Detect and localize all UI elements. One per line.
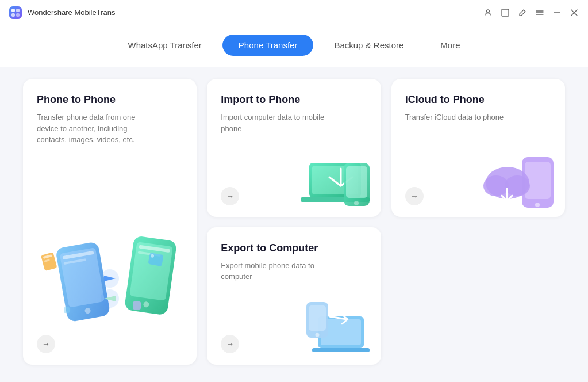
svg-rect-27 xyxy=(148,253,164,266)
nav-bar: WhatsApp Transfer Phone Transfer Backup … xyxy=(0,25,588,67)
card-phone-to-phone[interactable]: Phone to Phone Transfer phone data from … xyxy=(23,79,197,365)
svg-rect-30 xyxy=(64,307,70,313)
card-icloud-arrow[interactable]: → xyxy=(405,187,424,205)
svg-rect-0 xyxy=(11,9,15,12)
card-import-desc: Import computer data to mobile phone xyxy=(221,112,324,134)
title-bar: Wondershare MobileTrans xyxy=(0,0,588,25)
tab-phone-transfer[interactable]: Phone Transfer xyxy=(222,35,314,56)
window-icon[interactable] xyxy=(501,8,510,17)
svg-rect-48 xyxy=(309,305,326,331)
app-branding: Wondershare MobileTrans xyxy=(9,6,115,19)
card-icloud-title: iCloud to Phone xyxy=(405,94,551,106)
window-controls xyxy=(483,8,579,17)
svg-rect-36 xyxy=(346,166,367,198)
tab-more[interactable]: More xyxy=(424,35,476,56)
profile-icon[interactable] xyxy=(483,8,493,17)
svg-rect-5 xyxy=(502,9,509,16)
svg-point-37 xyxy=(354,201,359,205)
app-logo xyxy=(9,6,22,19)
card-export-to-computer[interactable]: Export to Computer Export mobile phone d… xyxy=(207,227,381,365)
card-export-title: Export to Computer xyxy=(221,242,367,254)
svg-rect-46 xyxy=(312,348,370,352)
card-phone-to-phone-title: Phone to Phone xyxy=(37,94,183,106)
card-phone-to-phone-desc: Transfer phone data from one device to a… xyxy=(37,112,140,146)
card-export-arrow[interactable]: → xyxy=(221,335,239,353)
svg-point-49 xyxy=(315,333,319,337)
svg-point-4 xyxy=(487,10,490,13)
card-icloud-to-phone[interactable]: iCloud to Phone Transfer iCloud data to … xyxy=(391,79,565,217)
phone-to-phone-illustration xyxy=(23,221,197,336)
edit-icon[interactable] xyxy=(518,8,527,17)
card-import-title: Import to Phone xyxy=(221,94,367,106)
tab-whatsapp-transfer[interactable]: WhatsApp Transfer xyxy=(112,35,217,56)
main-content: Phone to Phone Transfer phone data from … xyxy=(0,67,588,382)
card-icloud-desc: Transfer iCloud data to phone xyxy=(405,112,509,123)
svg-rect-2 xyxy=(11,13,15,17)
minimize-icon[interactable] xyxy=(552,8,562,17)
svg-point-43 xyxy=(505,175,530,196)
svg-rect-1 xyxy=(16,9,20,12)
svg-rect-3 xyxy=(16,13,20,17)
export-illustration xyxy=(295,293,375,359)
svg-point-40 xyxy=(535,203,540,207)
card-import-to-phone[interactable]: Import to Phone Import computer data to … xyxy=(207,79,381,217)
icloud-illustration xyxy=(482,146,559,211)
close-icon[interactable] xyxy=(570,8,579,17)
card-import-arrow[interactable]: → xyxy=(221,187,239,205)
tab-backup-restore[interactable]: Backup & Restore xyxy=(318,35,420,56)
card-phone-to-phone-arrow[interactable]: → xyxy=(37,335,55,353)
app-title: Wondershare MobileTrans xyxy=(28,8,115,17)
svg-rect-24 xyxy=(41,252,57,271)
card-export-desc: Export mobile phone data to computer xyxy=(221,260,324,282)
import-illustration xyxy=(295,146,375,211)
svg-rect-29 xyxy=(133,301,141,310)
menu-icon[interactable] xyxy=(535,8,544,17)
